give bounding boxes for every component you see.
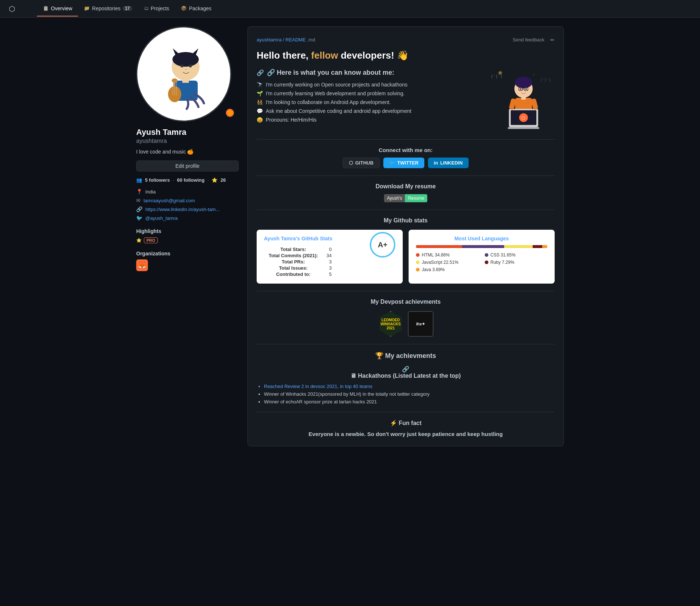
js-dot [416, 260, 420, 264]
divider-6 [257, 412, 555, 412]
java-bar-segment [542, 245, 547, 248]
lang-item-css: CSS 31.65% [485, 252, 548, 258]
readme-bullets: 🔗 🔗 Here is what you can know about me: … [257, 69, 481, 126]
list-item: 💬 Ask me about Competitive coding and an… [257, 108, 481, 114]
avatar-container: 🟠 [136, 26, 239, 122]
social-buttons: ⬡ GITHUB 🐦 TWITTER in LINKEDIN [257, 158, 555, 168]
about-list: 🔭 I'm currently working on Open source p… [257, 82, 481, 123]
tab-projects[interactable]: 🗂 Projects [138, 1, 175, 16]
achievements-section: 🏆 My achievments 🔗 🖥 Hackathons (Listed … [257, 352, 555, 404]
divider-5 [257, 344, 555, 344]
location-icon: 📍 [136, 189, 142, 195]
twitter-social-button[interactable]: 🐦 TWITTER [383, 158, 424, 168]
ihx-badge: ihx✦ [408, 311, 433, 337]
languages-grid: HTML 34.86% CSS 31.65% JavaScript 22.51% [416, 252, 547, 272]
twitter-link[interactable]: @ayush_tamra [145, 215, 178, 221]
following-link[interactable]: 60 following [177, 177, 205, 183]
grade-circle: A+ [370, 232, 395, 258]
stats-table-container: Ayush Tamra's GitHub Stats Total Stars: … [264, 236, 332, 278]
table-row: Contributed to: 5 [265, 271, 332, 277]
about-heading: 🔗 🔗 Here is what you can know about me: [257, 69, 481, 77]
stats-card-inner: Ayush Tamra's GitHub Stats Total Stars: … [264, 236, 395, 278]
github-logo-icon: ⬡ [9, 4, 15, 13]
linkedin-link[interactable]: https://www.linkedin.in/ayush-tam... [145, 207, 220, 212]
org-avatar[interactable]: 🦊 [136, 259, 148, 271]
pro-tag: PRO [144, 237, 158, 243]
html-bar-segment [416, 245, 462, 248]
connect-title: Connect with me on: [257, 147, 555, 153]
table-row: Total Issues: 3 [265, 265, 332, 271]
github-icon: ⬡ [349, 160, 353, 166]
svg-text:⬡: ⬡ [521, 115, 525, 121]
stats-table: Total Stars: 0 Total Commits (2021): 34 [264, 246, 332, 278]
list-item: Winner of Winhacks 2021(sponsored by MLH… [264, 391, 555, 397]
lang-item-js: JavaScript 22.51% [416, 260, 479, 265]
readme-title: Hello there, fellow developers! 👋 [257, 50, 555, 61]
svg-point-6 [189, 64, 192, 67]
lang-item-java: Java 3.69% [416, 267, 479, 272]
svg-point-7 [185, 69, 187, 70]
highlights-title: Highlights [136, 228, 239, 234]
packages-icon: 📦 [181, 5, 187, 11]
tab-packages[interactable]: 📦 Packages [175, 1, 217, 16]
ruby-bar-segment [533, 245, 542, 248]
languages-bar [416, 245, 547, 248]
linkedin-item: 🔗 https://www.linkedin.in/ayush-tam... [136, 206, 239, 212]
main-content: ayushtamra / README .md Send feedback ✏ … [247, 26, 564, 446]
tab-repositories[interactable]: 📁 Repositories 17 [78, 1, 138, 16]
location-item: 📍 India [136, 189, 239, 195]
linkedin-social-button[interactable]: in LINKEDIN [428, 158, 469, 168]
twitter-icon: 🐦 [136, 215, 142, 221]
edit-profile-button[interactable]: Edit profile [136, 160, 239, 171]
lang-item-html: HTML 34.86% [416, 252, 479, 258]
bullet-emoji-2: 👯 [257, 99, 263, 105]
list-item: 🌱 I'm currently learning Web development… [257, 90, 481, 96]
js-bar-segment [504, 245, 533, 248]
hackathons-section: 🔗 🖥 Hackathons (Listed Latest at the top… [257, 366, 555, 404]
stats-title: My Github stats [257, 217, 555, 224]
tab-overview[interactable]: 📋 Overview [37, 1, 78, 16]
css-bar-segment [462, 245, 504, 248]
pro-badge: ⭐ PRO [136, 237, 158, 243]
stars-icon: ⭐ [212, 177, 217, 183]
table-row: Total Commits (2021): 34 [265, 253, 332, 258]
edit-readme-button[interactable]: ✏ [550, 37, 555, 43]
email-item: ✉ tamraayush@gmail.com [136, 197, 239, 203]
nav-tabs-container: 📋 Overview 📁 Repositories 17 🗂 Projects … [37, 1, 217, 16]
top-navigation: ⬡ 📋 Overview 📁 Repositories 17 🗂 Project… [0, 0, 700, 18]
readme-content: Hello there, fellow developers! 👋 🔗 🔗 He… [257, 50, 555, 437]
main-container: 🟠 Ayush Tamra ayushtamra I love code and… [130, 18, 570, 455]
stars-link[interactable]: 26 [220, 177, 226, 183]
email-icon: ✉ [136, 197, 141, 203]
followers-link[interactable]: 5 followers [145, 177, 170, 183]
dev-svg-illustration: {'{'} 🌟 ⚡ {'}'} [489, 69, 551, 131]
stats-cards: Ayush Tamra's GitHub Stats Total Stars: … [257, 230, 555, 284]
projects-icon: 🗂 [144, 5, 149, 11]
avatar-illustration [147, 37, 220, 111]
list-item: Winner of echoAR sponsor prize at tartan… [264, 399, 555, 404]
divider-3 [257, 210, 555, 210]
svg-point-21 [515, 77, 532, 88]
github-stats-card: Ayush Tamra's GitHub Stats Total Stars: … [257, 230, 403, 284]
readme-path-link[interactable]: ayushtamra / README [257, 37, 307, 43]
readme-actions: Send feedback ✏ [510, 36, 555, 44]
overview-icon: 📋 [43, 5, 49, 11]
svg-point-26 [525, 88, 527, 90]
github-social-button[interactable]: ⬡ GITHUB [343, 158, 380, 168]
css-dot [485, 253, 488, 257]
readme-about-section: 🔗 🔗 Here is what you can know about me: … [257, 69, 555, 132]
linkedin-icon: in [434, 160, 438, 166]
organizations-title: Organizations [136, 251, 239, 256]
ruby-dot [485, 260, 488, 264]
devpost-title: My Devpost achievments [257, 299, 555, 305]
divider-4 [257, 291, 555, 291]
email-link[interactable]: tamraayush@gmail.com [144, 198, 195, 203]
bullet-emoji-3: 💬 [257, 108, 263, 114]
followers-icon: 👥 [136, 177, 142, 183]
repositories-icon: 📁 [84, 5, 90, 11]
svg-text:🌟: 🌟 [498, 70, 503, 75]
followers-row: 👥 5 followers · 60 following · ⭐ 26 [136, 177, 239, 183]
send-feedback-button[interactable]: Send feedback [510, 36, 547, 44]
resume-badge[interactable]: Ayush's Resume [384, 194, 427, 202]
list-item: 👯 I'm looking to collaborate on Android … [257, 99, 481, 105]
